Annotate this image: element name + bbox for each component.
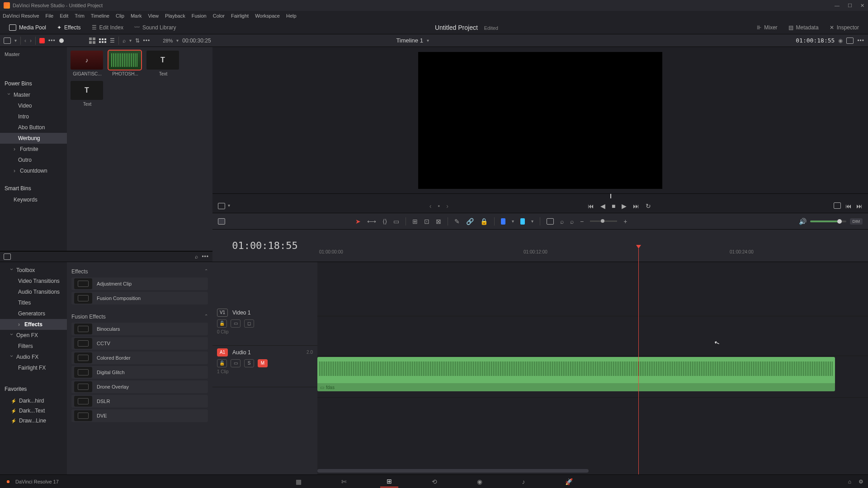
bin-item[interactable]: Outro [0, 155, 67, 165]
tab-fusion[interactable]: ⟲ [425, 476, 443, 487]
media-thumb[interactable]: TText [71, 81, 104, 107]
volume-slider[interactable] [810, 221, 846, 222]
fx-category-header[interactable]: Fusion Effects⌃ [71, 311, 208, 323]
bin-item-selected[interactable]: Werbung [0, 133, 67, 144]
zoom-custom-icon[interactable]: ⌕ [570, 218, 574, 225]
thumb-view-icon[interactable] [99, 38, 106, 43]
zoom-full-icon[interactable] [547, 218, 554, 225]
home-icon[interactable]: ⌂ [848, 479, 851, 485]
solo-button[interactable]: S [244, 359, 254, 367]
media-thumb-selected[interactable]: PHOTOSH... [108, 51, 142, 76]
menu-item[interactable]: DaVinci Resolve [3, 13, 39, 19]
tab-cut[interactable]: ✄ [335, 476, 353, 487]
lock-icon[interactable]: 🔒 [480, 218, 488, 225]
menu-item[interactable]: Help [286, 13, 297, 19]
link-icon[interactable]: 🔗 [466, 218, 474, 225]
sort-icon[interactable]: ⇅ [135, 38, 140, 44]
smart-bins-header[interactable]: Smart Bins [0, 183, 67, 194]
timeline-view-icon[interactable] [218, 218, 225, 225]
fx-category[interactable]: Audio Transitions [0, 286, 67, 297]
menu-item[interactable]: Trim [75, 13, 85, 19]
next-icon[interactable]: ⏭ [856, 202, 863, 210]
tab-fairlight[interactable]: ♪ [516, 476, 532, 487]
mixer-toggle[interactable]: ⊪Mixer [752, 23, 782, 33]
fx-category[interactable]: Titles [0, 297, 67, 308]
fx-item[interactable]: DSLR [71, 395, 208, 408]
chevron-down-icon[interactable]: ▾ [531, 219, 533, 224]
menu-item[interactable]: File [46, 13, 54, 19]
timeline-selector[interactable]: Timeline 1 [396, 37, 423, 44]
edit-index-toggle[interactable]: ☰Edit Index [87, 23, 128, 33]
zoom-slider[interactable] [590, 221, 617, 222]
selection-tool-icon[interactable]: ➤ [355, 218, 361, 225]
power-bins-header[interactable]: Power Bins [0, 78, 67, 89]
bypass-icon[interactable]: ◉ [838, 38, 843, 44]
overwrite-icon[interactable]: ⊡ [424, 218, 429, 225]
fx-category-selected[interactable]: Effects [0, 319, 67, 330]
bin-item[interactable]: Countdown [0, 165, 67, 176]
openfx-header[interactable]: Open FX [0, 330, 67, 341]
flag-icon[interactable] [501, 218, 505, 225]
replace-icon[interactable]: ⊠ [436, 218, 441, 225]
window-minimize-icon[interactable]: — [835, 3, 840, 9]
auto-select-icon[interactable]: ▭ [231, 359, 241, 367]
fx-category-header[interactable]: Effects⌃ [71, 266, 208, 277]
snap-icon[interactable]: ✎ [454, 218, 460, 225]
track-badge[interactable]: V1 [217, 309, 228, 317]
chevron-down-icon[interactable]: ▾ [14, 38, 17, 43]
zoom-out-icon[interactable]: − [580, 218, 584, 225]
grid-view-icon[interactable] [89, 38, 95, 44]
chevron-down-icon[interactable]: ▾ [512, 219, 514, 224]
menu-item[interactable]: Mark [131, 13, 142, 19]
menu-item[interactable]: Fusion [192, 13, 207, 19]
stop-icon[interactable]: ■ [612, 202, 615, 210]
nav-fwd-icon[interactable]: › [30, 38, 32, 44]
zoom-level[interactable]: 28% [163, 38, 173, 43]
fx-item[interactable]: Adjustment Clip [71, 277, 208, 290]
audiofx-header[interactable]: Audio FX [0, 352, 67, 362]
search-icon[interactable]: ⌕ [123, 38, 126, 44]
tab-color[interactable]: ◉ [471, 476, 489, 487]
auto-select-icon[interactable]: ▭ [231, 319, 241, 328]
menu-item[interactable]: Fairlight [231, 13, 249, 19]
timeline-ruler[interactable]: 01:00:00:00 01:00:12:00 01:00:24:00 [317, 230, 868, 262]
fx-category[interactable]: Generators [0, 308, 67, 319]
menu-item[interactable]: Clip [116, 13, 124, 19]
match-frame-icon[interactable] [834, 202, 841, 209]
prev-edit-icon[interactable]: ‹ [429, 202, 432, 210]
volume-icon[interactable]: 🔊 [799, 218, 807, 225]
more-icon[interactable]: ••• [143, 38, 151, 44]
lock-icon[interactable]: 🔓 [217, 359, 227, 367]
panel-icon[interactable] [4, 253, 11, 260]
viewer-timecode[interactable]: 01:00:18:55 [796, 37, 835, 44]
favorite-item[interactable]: ⚡Draw...Line [0, 416, 67, 426]
audio-track-lane[interactable]: ▭fdas [317, 356, 868, 398]
fx-item[interactable]: CCTV [71, 337, 208, 350]
sound-library-toggle[interactable]: 〰Sound Library [130, 23, 181, 33]
fx-category[interactable]: Fairlight FX [0, 362, 67, 373]
zoom-detail-icon[interactable]: ⌕ [560, 218, 564, 225]
fx-item[interactable]: DVE [71, 409, 208, 422]
more-icon[interactable]: ••• [857, 38, 864, 44]
timeline-timecode[interactable]: 01:00:18:55 [212, 230, 317, 262]
chevron-down-icon[interactable]: ▾ [176, 38, 179, 43]
bin-item[interactable]: Abo Button [0, 122, 67, 133]
fx-item[interactable]: Fusion Composition [71, 292, 208, 305]
zoom-in-icon[interactable]: + [623, 218, 627, 225]
fx-item[interactable]: Binoculars [71, 323, 208, 335]
play-reverse-icon[interactable]: ◀ [600, 202, 605, 210]
single-viewer-icon[interactable] [846, 38, 854, 44]
trim-tool-icon[interactable]: ⟷ [367, 218, 376, 225]
video-track-lane[interactable] [317, 316, 868, 356]
chevron-down-icon[interactable]: ▾ [427, 38, 429, 43]
media-thumb[interactable]: TText [146, 51, 180, 76]
crop-icon[interactable] [218, 203, 225, 209]
tab-edit[interactable]: ⊞ [380, 476, 398, 488]
bin-keywords[interactable]: Keywords [0, 194, 67, 205]
window-close-icon[interactable]: ✕ [860, 3, 864, 9]
last-frame-icon[interactable]: ⏭ [633, 202, 639, 210]
chevron-down-icon[interactable]: ▾ [228, 203, 230, 209]
more-icon[interactable]: ••• [48, 38, 56, 44]
bin-view-icon[interactable] [4, 38, 11, 44]
nav-back-icon[interactable]: ‹ [24, 38, 26, 44]
